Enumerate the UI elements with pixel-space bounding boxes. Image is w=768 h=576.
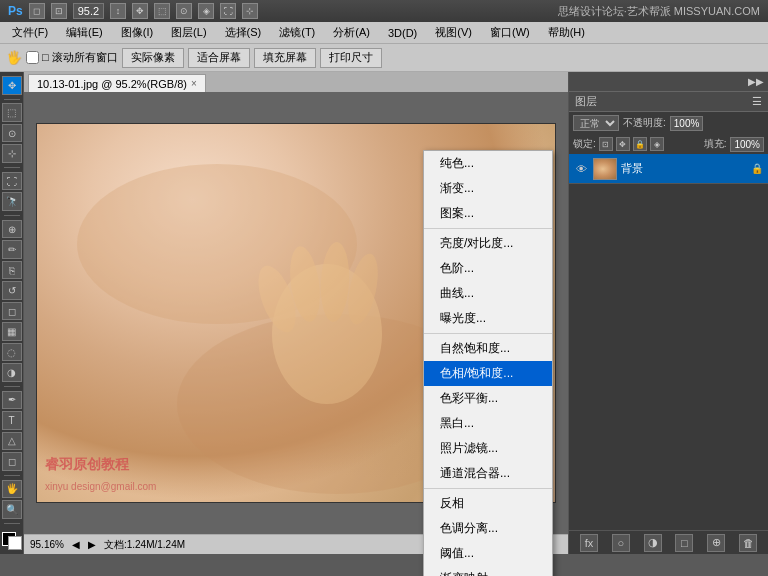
ctx-threshold[interactable]: 阈值... xyxy=(424,541,552,566)
tool-lasso-btn[interactable]: ⊙ xyxy=(2,124,22,143)
color-boxes[interactable] xyxy=(2,532,22,550)
panel-top-bar: ▶▶ xyxy=(569,72,768,92)
menu-window[interactable]: 窗口(W) xyxy=(482,23,538,42)
ctx-gradient[interactable]: 渐变... xyxy=(424,176,552,201)
tool-path-btn[interactable]: △ xyxy=(2,432,22,451)
tab-close-btn[interactable]: × xyxy=(191,78,197,89)
scroll-all-input[interactable] xyxy=(26,51,39,64)
ctx-color-balance[interactable]: 色彩平衡... xyxy=(424,386,552,411)
ctx-black-white[interactable]: 黑白... xyxy=(424,411,552,436)
tool-gradient-btn[interactable]: ▦ xyxy=(2,322,22,341)
tool-brush-btn[interactable]: ✏ xyxy=(2,240,22,259)
context-menu: 纯色... 渐变... 图案... 亮度/对比度... 色阶... 曲线... … xyxy=(423,150,553,576)
ctx-gradient-map[interactable]: 渐变映射... xyxy=(424,566,552,576)
menu-edit[interactable]: 编辑(E) xyxy=(58,23,111,42)
zoom-level: 95.16% xyxy=(30,539,64,550)
new-group-btn[interactable]: □ xyxy=(675,534,693,552)
menu-image[interactable]: 图像(I) xyxy=(113,23,161,42)
ctx-vibrance[interactable]: 自然饱和度... xyxy=(424,336,552,361)
lock-art-btn[interactable]: ◈ xyxy=(650,137,664,151)
ctx-solid-color[interactable]: 纯色... xyxy=(424,151,552,176)
menu-filter[interactable]: 滤镜(T) xyxy=(271,23,323,42)
nav-left[interactable]: ◀ xyxy=(72,539,80,550)
tool-shape-btn[interactable]: ◻ xyxy=(2,452,22,471)
tool-text-btn[interactable]: T xyxy=(2,411,22,430)
nav-right[interactable]: ▶ xyxy=(88,539,96,550)
ctx-levels[interactable]: 色阶... xyxy=(424,256,552,281)
tb-icon-3[interactable]: ↕ xyxy=(110,3,126,19)
menu-layer[interactable]: 图层(L) xyxy=(163,23,214,42)
layer-thumbnail xyxy=(593,158,617,180)
tool-pen-btn[interactable]: ✒ xyxy=(2,391,22,410)
tool-crop-btn[interactable]: ⛶ xyxy=(2,172,22,191)
delete-layer-btn[interactable]: 🗑 xyxy=(739,534,757,552)
ctx-invert[interactable]: 反相 xyxy=(424,491,552,516)
add-mask-btn[interactable]: ○ xyxy=(612,534,630,552)
tool-dodge-btn[interactable]: ◑ xyxy=(2,363,22,382)
title-bar: Ps ◻ ⊡ 95.2 ↕ ✥ ⬚ ⊙ ◈ ⛶ ⊹ 思绪设计论坛·艺术帮派 MI… xyxy=(0,0,768,22)
ctx-photo-filter[interactable]: 照片滤镜... xyxy=(424,436,552,461)
menu-file[interactable]: 文件(F) xyxy=(4,23,56,42)
tool-heal-btn[interactable]: ⊕ xyxy=(2,220,22,239)
lock-pixels-btn[interactable]: ⊡ xyxy=(599,137,613,151)
tool-select[interactable]: ⬚ xyxy=(154,3,170,19)
background-color[interactable] xyxy=(8,536,22,550)
layers-menu-btn[interactable]: ☰ xyxy=(752,95,762,108)
menu-select[interactable]: 选择(S) xyxy=(217,23,270,42)
blend-mode-select[interactable]: 正常 xyxy=(573,115,619,131)
actual-pixels-btn[interactable]: 实际像素 xyxy=(122,48,184,68)
tool-lasso[interactable]: ⊙ xyxy=(176,3,192,19)
fit-screen-btn[interactable]: 适合屏幕 xyxy=(188,48,250,68)
layers-title: 图层 xyxy=(575,94,597,109)
tool-blur-btn[interactable]: ◌ xyxy=(2,343,22,362)
tool-eyedrop[interactable]: ⊹ xyxy=(242,3,258,19)
new-layer-btn[interactable]: ⊕ xyxy=(707,534,725,552)
ctx-channel-mixer[interactable]: 通道混合器... xyxy=(424,461,552,486)
tool-clone-btn[interactable]: ⎘ xyxy=(2,261,22,280)
ctx-pattern[interactable]: 图案... xyxy=(424,201,552,226)
layers-blend-row: 正常 不透明度: 100% xyxy=(569,112,768,134)
opacity-value[interactable]: 100% xyxy=(670,116,704,131)
zoom-display[interactable]: 95.2 xyxy=(73,3,104,19)
tool-eyedrop-btn[interactable]: 🔭 xyxy=(2,192,22,211)
tool-history-btn[interactable]: ↺ xyxy=(2,281,22,300)
tool-move-btn[interactable]: ✥ xyxy=(2,76,22,95)
menu-analyze[interactable]: 分析(A) xyxy=(325,23,378,42)
tool-hand-btn[interactable]: 🖐 xyxy=(2,480,22,499)
lock-all-btn[interactable]: 🔒 xyxy=(633,137,647,151)
print-size-btn[interactable]: 打印尺寸 xyxy=(320,48,382,68)
tool-eraser-btn[interactable]: ◻ xyxy=(2,302,22,321)
lock-move-btn[interactable]: ✥ xyxy=(616,137,630,151)
scroll-all-checkbox[interactable]: □ 滚动所有窗口 xyxy=(26,50,118,65)
layer-visibility-btn[interactable]: 👁 xyxy=(573,161,589,177)
ctx-exposure[interactable]: 曝光度... xyxy=(424,306,552,331)
ctx-hue-saturation[interactable]: 色相/饱和度... xyxy=(424,361,552,386)
menu-bar: 文件(F) 编辑(E) 图像(I) 图层(L) 选择(S) 滤镜(T) 分析(A… xyxy=(0,22,768,44)
ctx-posterize[interactable]: 色调分离... xyxy=(424,516,552,541)
tool-move[interactable]: ✥ xyxy=(132,3,148,19)
ctx-curves[interactable]: 曲线... xyxy=(424,281,552,306)
menu-help[interactable]: 帮助(H) xyxy=(540,23,593,42)
panel-expand-btn[interactable]: ▶▶ xyxy=(748,76,764,87)
tool-crop[interactable]: ⛶ xyxy=(220,3,236,19)
opacity-label: 不透明度: xyxy=(623,116,666,130)
tool-zoom-btn[interactable]: 🔍 xyxy=(2,500,22,519)
ctx-sep-3 xyxy=(424,488,552,489)
tool-sep-5 xyxy=(4,475,20,476)
document-tab[interactable]: 10.13-01.jpg @ 95.2%(RGB/8) × xyxy=(28,74,206,92)
layers-panel-header: 图层 ☰ xyxy=(569,92,768,112)
add-style-btn[interactable]: fx xyxy=(580,534,598,552)
fill-value[interactable]: 100% xyxy=(730,137,764,152)
tool-magic-wand[interactable]: ⊹ xyxy=(2,144,22,163)
fill-screen-btn[interactable]: 填充屏幕 xyxy=(254,48,316,68)
menu-3d[interactable]: 3D(D) xyxy=(380,25,425,41)
tool-marquee-btn[interactable]: ⬚ xyxy=(2,103,22,122)
layer-item-background[interactable]: 👁 背景 🔒 xyxy=(569,154,768,184)
tb-icon-2[interactable]: ⊡ xyxy=(51,3,67,19)
tb-icon-1[interactable]: ◻ xyxy=(29,3,45,19)
menu-view[interactable]: 视图(V) xyxy=(427,23,480,42)
ctx-sep-1 xyxy=(424,228,552,229)
tool-brush[interactable]: ◈ xyxy=(198,3,214,19)
new-adjustment-btn[interactable]: ◑ xyxy=(644,534,662,552)
ctx-brightness[interactable]: 亮度/对比度... xyxy=(424,231,552,256)
